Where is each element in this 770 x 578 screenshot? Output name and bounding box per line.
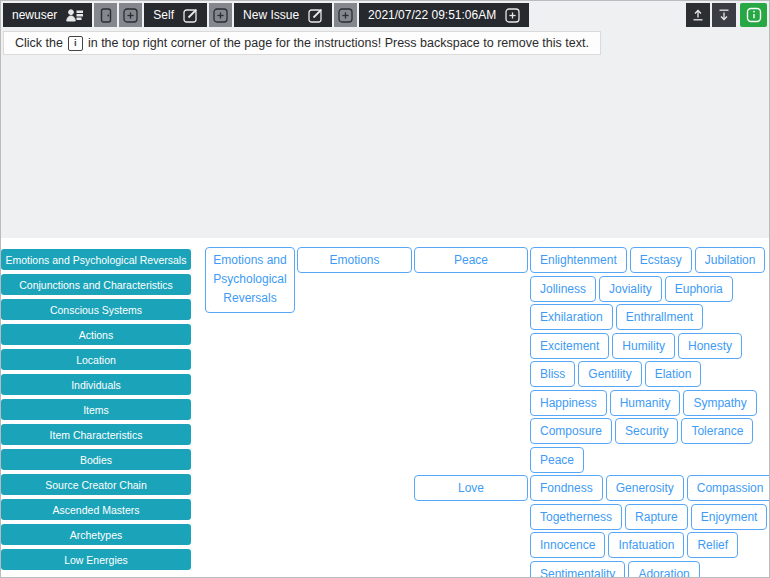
tree-leaf[interactable]: Composure	[530, 418, 612, 444]
boxed-plus-icon[interactable]	[505, 8, 520, 23]
boxed-plus-icon	[213, 8, 228, 23]
sidebar: Emotions and Psychological ReversalsConj…	[1, 249, 191, 574]
tree-children: EnlightenmentEcstasyJubilationJollinessJ…	[530, 247, 765, 475]
tree-groups: PeaceEnlightenmentEcstasyJubilationJolli…	[414, 247, 770, 578]
toolbar-spacer	[531, 3, 684, 27]
tree-leaf[interactable]: Togetherness	[530, 504, 622, 530]
tree-leaf[interactable]: Rapture	[625, 504, 688, 530]
tree-children-row: Peace	[530, 447, 765, 473]
tree-children-row: HappinessHumanitySympathy	[530, 390, 765, 416]
add-self-button[interactable]	[209, 3, 232, 27]
tree-children-row: TogethernessRaptureEnjoyment	[530, 504, 770, 530]
tree-children-row: SentimentalityAdoration	[530, 561, 770, 578]
tree-children-row: ComposureSecurityTolerance	[530, 418, 765, 444]
tree-browser: Emotions and Psychological Reversals Emo…	[205, 247, 770, 578]
tree-leaf[interactable]: Tolerance	[681, 418, 753, 444]
tree-leaf[interactable]: Enlightenment	[530, 247, 627, 273]
self-block[interactable]: Self	[144, 3, 207, 27]
sidebar-item[interactable]: Low Energies	[1, 549, 191, 570]
sidebar-item[interactable]: Items	[1, 399, 191, 420]
instructions-button[interactable]	[740, 3, 767, 27]
tree-children-row: ExhilarationEnthrallment	[530, 304, 765, 330]
tree-leaf[interactable]: Honesty	[678, 333, 742, 359]
tree-leaf[interactable]: Elation	[645, 361, 702, 387]
instructions-banner: Click the i in the top right corner of t…	[3, 31, 601, 55]
sidebar-item[interactable]: Conscious Systems	[1, 299, 191, 320]
tree-group: PeaceEnlightenmentEcstasyJubilationJolli…	[414, 247, 770, 475]
tree-leaf[interactable]: Exhilaration	[530, 304, 613, 330]
sidebar-item[interactable]: Location	[1, 349, 191, 370]
tree-leaf[interactable]: Humility	[612, 333, 675, 359]
sidebar-item[interactable]: Bodies	[1, 449, 191, 470]
add-issue-button[interactable]	[334, 3, 357, 27]
upload-button[interactable]	[686, 3, 710, 27]
tree-node[interactable]: Peace	[414, 247, 528, 273]
sidebar-item[interactable]: Source Creator Chain	[1, 474, 191, 495]
pencil-square-icon[interactable]	[308, 8, 323, 23]
tree-leaf[interactable]: Sympathy	[683, 390, 756, 416]
tree-leaf[interactable]: Innocence	[530, 532, 605, 558]
banner-text-after: in the top right corner of the page for …	[88, 36, 589, 50]
tree-children-row: FondnessGenerosityCompassion	[530, 475, 770, 501]
tree-group: LoveFondnessGenerosityCompassionTogether…	[414, 475, 770, 578]
tree-leaf[interactable]: Fondness	[530, 475, 603, 501]
tree-leaf[interactable]: Jolliness	[530, 276, 596, 302]
sidebar-item[interactable]: Conjunctions and Characteristics	[1, 274, 191, 295]
tree-leaf[interactable]: Infatuation	[608, 532, 684, 558]
tree-leaf[interactable]: Bliss	[530, 361, 575, 387]
sidebar-item[interactable]: Ascended Masters	[1, 499, 191, 520]
boxed-plus-icon	[338, 8, 353, 23]
top-toolbar: newuser	[3, 3, 767, 27]
pencil-square-icon[interactable]	[183, 8, 198, 23]
download-button[interactable]	[712, 3, 736, 27]
tree-node-emotions[interactable]: Emotions	[297, 247, 412, 273]
tree-children: FondnessGenerosityCompassionTogetherness…	[530, 475, 770, 578]
tree-leaf[interactable]: Security	[615, 418, 678, 444]
tree-children-row: ExcitementHumilityHonesty	[530, 333, 765, 359]
tree-leaf[interactable]: Jubilation	[695, 247, 766, 273]
banner-text-before: Click the	[15, 36, 63, 50]
new-issue-block[interactable]: New Issue	[234, 3, 332, 27]
arrow-down-bar-icon	[717, 8, 731, 22]
datetime-label: 2021/07/22 09:51:06AM	[368, 8, 496, 22]
tree-node[interactable]: Love	[414, 475, 528, 501]
sidebar-item[interactable]: Individuals	[1, 374, 191, 395]
sidebar-item[interactable]: Archetypes	[1, 524, 191, 545]
logout-button[interactable]	[94, 3, 117, 27]
datetime-block[interactable]: 2021/07/22 09:51:06AM	[359, 3, 529, 27]
user-block[interactable]: newuser	[3, 3, 92, 27]
tree-children-row: InnocenceInfatuationRelief	[530, 532, 770, 558]
tree-leaf[interactable]: Gentility	[578, 361, 641, 387]
tree-children-row: JollinessJovialityEuphoria	[530, 276, 765, 302]
tree-node-root[interactable]: Emotions and Psychological Reversals	[205, 247, 295, 313]
username-label: newuser	[12, 8, 57, 22]
boxed-i-icon: i	[68, 36, 83, 51]
boxed-plus-icon	[123, 8, 138, 23]
person-lines-icon	[66, 9, 83, 22]
tree-leaf[interactable]: Compassion	[687, 475, 770, 501]
door-icon	[100, 8, 112, 23]
boxed-i-icon	[746, 7, 762, 23]
tree-children-row: BlissGentilityElation	[530, 361, 765, 387]
sidebar-item[interactable]: Actions	[1, 324, 191, 345]
tree-leaf[interactable]: Enjoyment	[691, 504, 768, 530]
tree-leaf[interactable]: Relief	[687, 532, 738, 558]
sidebar-item[interactable]: Emotions and Psychological Reversals	[1, 249, 191, 270]
tree-leaf[interactable]: Excitement	[530, 333, 609, 359]
tree-leaf[interactable]: Sentimentality	[530, 561, 625, 578]
tree-leaf[interactable]: Humanity	[610, 390, 681, 416]
self-label: Self	[153, 8, 174, 22]
tree-leaf[interactable]: Peace	[530, 447, 584, 473]
app-window: newuser	[0, 0, 770, 578]
tree-children-row: EnlightenmentEcstasyJubilation	[530, 247, 765, 273]
tree-leaf[interactable]: Joviality	[599, 276, 662, 302]
arrow-up-bar-icon	[691, 8, 705, 22]
add-user-button[interactable]	[119, 3, 142, 27]
tree-leaf[interactable]: Euphoria	[665, 276, 733, 302]
sidebar-item[interactable]: Item Characteristics	[1, 424, 191, 445]
tree-leaf[interactable]: Ecstasy	[630, 247, 692, 273]
tree-leaf[interactable]: Happiness	[530, 390, 607, 416]
tree-leaf[interactable]: Generosity	[606, 475, 684, 501]
tree-leaf[interactable]: Adoration	[628, 561, 699, 578]
tree-leaf[interactable]: Enthrallment	[616, 304, 703, 330]
